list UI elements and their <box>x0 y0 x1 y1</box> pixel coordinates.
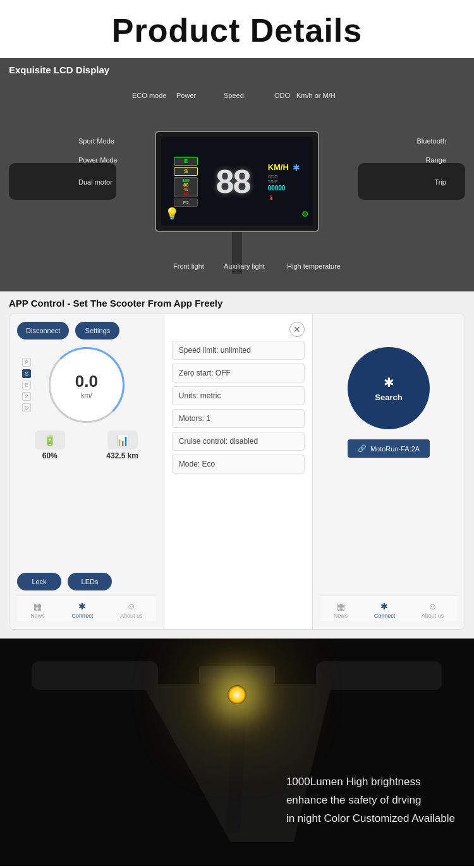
mode-p: P <box>22 358 31 367</box>
setting-motors: Motors: 1 <box>172 409 305 428</box>
search-icon: ✱ <box>384 375 394 390</box>
nav-connect-left[interactable]: ✱ Connect <box>72 601 94 619</box>
mode-s-left: S <box>22 369 31 378</box>
temp-icon: 🌡 <box>268 193 275 201</box>
device-icon: 🔗 <box>358 444 367 453</box>
news-icon-left: ▦ <box>33 601 42 611</box>
about-label-right: About us <box>422 613 444 619</box>
connect-icon-right: ✱ <box>380 601 388 611</box>
setting-cruise: Cruise control: disabled <box>172 432 305 451</box>
news-icon-right: ▦ <box>337 601 345 611</box>
lcd-section: Exquisite LCD Display E S 100 80 40 40 <box>0 58 474 291</box>
mode-d-left: D <box>22 403 31 412</box>
app-middle-panel: ✕ Speed limit: unlimited Zero start: OFF… <box>164 314 313 629</box>
device-connect-button[interactable]: 🔗 MotoRun-FA:2A <box>348 439 430 458</box>
ann-bluetooth: Bluetooth <box>417 137 446 145</box>
battery-label: 60% <box>42 451 58 460</box>
app-container: Disconnect Settings P S E 2 D 0.0 km/ <box>9 314 465 630</box>
setting-zero-start: Zero start: OFF <box>172 364 305 382</box>
scooter-grip-right <box>316 661 442 690</box>
light-section: 1000Lumen High brightness enhance the sa… <box>0 639 474 866</box>
close-button[interactable]: ✕ <box>289 322 305 337</box>
ann-trip: Trip <box>434 178 446 186</box>
connect-label-right: Connect <box>374 613 396 619</box>
app-nav-bar-left: ▦ News ✱ Connect ☺ About us <box>17 596 156 621</box>
page-header: Product Details <box>0 0 474 58</box>
nav-connect-right[interactable]: ✱ Connect <box>374 601 396 619</box>
ann-power-mode: Power Mode <box>78 156 118 164</box>
trip-label: TRIP <box>268 180 286 184</box>
mode-e-left: E <box>22 381 31 389</box>
app-right-panel: ✱ Search 🔗 MotoRun-FA:2A ▦ News ✱ Connec… <box>313 314 465 629</box>
odometer-icon: 📊 <box>107 431 138 449</box>
about-label-left: About us <box>120 613 143 619</box>
ann-kmh: Km/h or M/H <box>296 92 336 99</box>
setting-units: Units: metric <box>172 386 305 405</box>
app-top-buttons: Disconnect Settings <box>17 322 156 339</box>
headlight-icon-display: 💡 <box>165 207 179 221</box>
app-nav-bar-right: ▦ News ✱ Connect ☺ About us <box>320 596 457 621</box>
speedometer: 0.0 km/ <box>49 347 125 423</box>
light-source-glow <box>228 685 246 704</box>
nav-about-left[interactable]: ☺ About us <box>120 601 143 619</box>
battery-icon: 🔋 <box>35 431 65 449</box>
mode-p2: P2 <box>174 199 198 207</box>
search-circle[interactable]: ✱ Search <box>348 347 430 429</box>
kmh-label: KM/H <box>268 162 289 172</box>
nav-news-right[interactable]: ▦ News <box>334 601 348 619</box>
lcd-section-label: Exquisite LCD Display <box>9 64 465 75</box>
lock-button[interactable]: Lock <box>17 573 61 590</box>
ann-eco-mode: ECO mode <box>132 92 166 99</box>
ann-range: Range <box>426 156 446 164</box>
setting-mode: Mode: Eco <box>172 455 305 474</box>
setting-speed-limit: Speed limit: unlimited <box>172 341 305 360</box>
disconnect-button[interactable]: Disconnect <box>17 322 69 339</box>
app-bottom-buttons: Lock LEDs <box>17 573 156 590</box>
connect-label-left: Connect <box>72 613 94 619</box>
about-icon-left: ☺ <box>126 601 135 611</box>
ann-odo: ODO <box>274 92 290 99</box>
news-label-left: News <box>30 613 45 619</box>
close-icon: ✕ <box>293 324 301 334</box>
ann-sport-mode: Sport Mode <box>78 137 114 145</box>
handlebar-right <box>358 163 465 200</box>
ann-front-light: Front light <box>173 262 204 270</box>
device-name: MotoRun-FA:2A <box>370 445 420 453</box>
nav-news-left[interactable]: ▦ News <box>30 601 45 619</box>
mode-p-levels: 100 80 40 40 <box>174 177 198 197</box>
leds-button[interactable]: LEDs <box>68 573 112 590</box>
settings-button[interactable]: Settings <box>75 322 119 339</box>
mode-s: S <box>174 167 198 176</box>
app-section: APP Control - Set The Scooter From App F… <box>0 291 474 639</box>
app-left-panel: Disconnect Settings P S E 2 D 0.0 km/ <box>9 314 164 629</box>
connect-icon-left: ✱ <box>78 601 86 611</box>
lcd-speed-display: 88 <box>216 165 250 198</box>
mode-2-left: 2 <box>22 392 31 401</box>
bluetooth-icon: ✱ <box>293 162 300 173</box>
ann-dual-motor: Dual motor <box>78 178 112 186</box>
app-section-label: APP Control - Set The Scooter From App F… <box>9 298 465 309</box>
lcd-container: E S 100 80 40 40 P2 88 KM/H ✱ <box>9 80 465 283</box>
scooter-grip-left <box>32 661 158 690</box>
ann-speed: Speed <box>224 92 244 99</box>
app-stats-row: 🔋 60% 📊 432.5 km <box>17 431 156 460</box>
aux-light-icon: ⚙ <box>301 209 309 219</box>
lcd-screen: E S 100 80 40 40 P2 88 KM/H ✱ <box>155 131 319 232</box>
ann-aux-light: Auxiliary light <box>224 262 265 270</box>
distance-stat: 📊 432.5 km <box>106 431 138 460</box>
battery-stat: 🔋 60% <box>35 431 65 460</box>
about-icon-right: ☺ <box>428 601 437 611</box>
odo-label: ODO <box>268 174 286 179</box>
search-label: Search <box>375 393 402 402</box>
speed-value: 0.0 <box>75 372 98 391</box>
page-title: Product Details <box>6 11 468 49</box>
scooter-crossbar <box>199 666 275 684</box>
ann-power: Power <box>176 92 196 99</box>
nav-about-right[interactable]: ☺ About us <box>422 601 444 619</box>
odo-value: 00000 <box>268 185 286 192</box>
distance-label: 432.5 km <box>106 451 138 460</box>
news-label-right: News <box>334 613 348 619</box>
mode-e: E <box>174 157 198 166</box>
ann-high-temp: High temperature <box>287 262 341 270</box>
speed-unit: km/ <box>81 391 92 399</box>
